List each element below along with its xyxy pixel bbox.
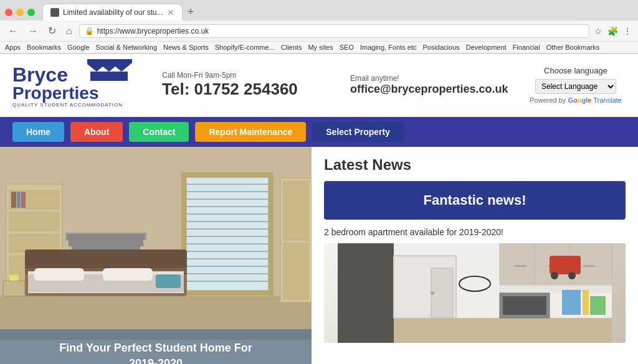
home-button[interactable]: ⌂ xyxy=(63,24,75,38)
maximize-button[interactable] xyxy=(27,9,35,16)
latest-news-title: Latest News xyxy=(324,156,626,174)
url-text: https://www.bryceproperties.co.uk xyxy=(97,27,209,35)
apartment-illustration xyxy=(324,243,626,343)
svg-rect-3 xyxy=(103,72,115,81)
email-address[interactable]: office@bryceproperties.co.uk xyxy=(350,83,526,96)
svg-rect-5 xyxy=(114,72,128,81)
email-label: Email anytime! xyxy=(350,74,526,83)
svg-rect-65 xyxy=(514,265,526,267)
svg-rect-47 xyxy=(156,274,181,288)
news-banner-text: Fantastic news! xyxy=(423,192,526,208)
powered-by-text: Powered by Google Translate xyxy=(530,96,621,104)
site-header: Bryce Properties QUALITY STUDENT ACCOMMO… xyxy=(0,54,638,117)
bookmarks-news[interactable]: News & Sports xyxy=(163,44,209,51)
bookmarks-shopify[interactable]: Shopify/E-comme... xyxy=(215,44,275,51)
svg-rect-62 xyxy=(500,243,534,284)
apartment-image xyxy=(324,243,626,343)
toolbar-icons: ☆ 🧩 ⋮ xyxy=(593,25,633,37)
forward-button[interactable]: → xyxy=(25,24,41,38)
contact-area: Call Mon-Fri 9am-5pm Tel: 01752 254360 xyxy=(150,59,338,111)
phone-number[interactable]: Tel: 01752 254360 xyxy=(162,80,338,99)
bookmarks-financial[interactable]: Financial xyxy=(513,44,540,51)
right-panel: Latest News Fantastic news! 2 bedroom ap… xyxy=(312,147,638,364)
logo-area: Bryce Properties QUALITY STUDENT ACCOMMO… xyxy=(12,59,150,111)
svg-rect-68 xyxy=(500,286,612,293)
bookmarks-social[interactable]: Social & Networking xyxy=(96,44,157,51)
google-g-letter: G xyxy=(568,96,573,104)
svg-rect-46 xyxy=(103,268,153,281)
main-content: Find Your Perfect Student Home For 2019-… xyxy=(0,147,638,364)
svg-rect-74 xyxy=(550,256,581,274)
website: Bryce Properties QUALITY STUDENT ACCOMMO… xyxy=(0,54,638,364)
svg-rect-53 xyxy=(283,243,308,299)
svg-rect-52 xyxy=(283,181,308,240)
svg-rect-48 xyxy=(3,281,25,296)
caption-line2: 2019-2020 xyxy=(12,356,299,364)
bedroom-image xyxy=(0,147,312,340)
call-label: Call Mon-Fri 9am-5pm xyxy=(162,71,338,80)
svg-point-75 xyxy=(551,272,558,279)
caption-overlay: Find Your Perfect Student Home For 2019-… xyxy=(0,329,312,364)
translate-widget: Choose language Select Language Powered … xyxy=(526,59,626,111)
tab-close-icon[interactable]: ✕ xyxy=(167,7,174,17)
tab-favicon xyxy=(50,8,59,17)
star-button[interactable]: ☆ xyxy=(593,25,604,37)
bookmarks-clients[interactable]: Clients xyxy=(281,44,302,51)
traffic-lights xyxy=(5,9,35,16)
svg-point-60 xyxy=(431,291,434,295)
left-panel: Find Your Perfect Student Home For 2019-… xyxy=(0,147,312,364)
caption-line1: Find Your Perfect Student Home For xyxy=(12,340,299,356)
bookmarks-bar: Apps Bookmarks Google Social & Networkin… xyxy=(0,42,638,54)
svg-rect-73 xyxy=(590,296,606,315)
svg-rect-1 xyxy=(90,72,103,81)
logo[interactable]: Bryce Properties QUALITY STUDENT ACCOMMO… xyxy=(12,59,150,111)
bookmarks-seo[interactable]: SEO xyxy=(340,44,354,51)
address-bar[interactable]: 🔒 https://www.bryceproperties.co.uk xyxy=(79,24,589,38)
language-select[interactable]: Select Language xyxy=(535,79,616,94)
svg-text:Properties: Properties xyxy=(12,83,99,103)
svg-rect-67 xyxy=(583,265,595,267)
svg-rect-72 xyxy=(583,290,589,315)
choose-language-label: Choose language xyxy=(544,66,607,75)
news-subtitle: 2 bedroom apartment available for 2019-2… xyxy=(324,227,626,237)
svg-text:Bryce: Bryce xyxy=(12,63,68,86)
svg-rect-56 xyxy=(338,243,394,343)
bookmarks-apps[interactable]: Apps xyxy=(5,44,21,51)
svg-marker-4 xyxy=(111,59,132,72)
bookmarks-posidacious[interactable]: Posidacious xyxy=(422,44,459,51)
bookmarks-imaging[interactable]: Imaging, Fonts etc xyxy=(360,44,417,51)
svg-rect-70 xyxy=(503,296,546,315)
svg-point-76 xyxy=(568,272,576,279)
back-button[interactable]: ← xyxy=(5,24,21,38)
bookmarks-development[interactable]: Development xyxy=(466,44,507,51)
svg-rect-18 xyxy=(21,192,26,208)
bookmarks-other[interactable]: Other Bookmarks xyxy=(546,44,600,51)
nav-property-button[interactable]: Select Property xyxy=(312,122,404,142)
svg-rect-42 xyxy=(25,250,187,268)
svg-rect-49 xyxy=(9,274,19,281)
translate-link[interactable]: Translate xyxy=(593,96,621,104)
svg-rect-16 xyxy=(11,192,16,208)
bookmarks-mysites[interactable]: My sites xyxy=(308,44,333,51)
email-area: Email anytime! office@bryceproperties.co… xyxy=(338,59,526,111)
nav-report-button[interactable]: Report Maintenance xyxy=(195,122,306,142)
minimize-button[interactable] xyxy=(16,9,24,16)
tab-title: Limited availability of our stu... xyxy=(63,8,163,17)
toolbar: ← → ↻ ⌂ 🔒 https://www.bryceproperties.co… xyxy=(0,21,638,42)
navigation-bar: Home About Contact Report Maintenance Se… xyxy=(0,117,638,147)
menu-button[interactable]: ⋮ xyxy=(622,25,633,37)
new-tab-button[interactable]: + xyxy=(185,6,197,19)
bookmarks-google[interactable]: Google xyxy=(67,44,89,51)
close-button[interactable] xyxy=(5,9,12,16)
nav-contact-button[interactable]: Contact xyxy=(129,122,189,142)
svg-rect-45 xyxy=(34,268,84,281)
refresh-button[interactable]: ↻ xyxy=(45,24,59,38)
bookmarks-bookmarks[interactable]: Bookmarks xyxy=(27,44,61,51)
active-tab[interactable]: Limited availability of our stu... ✕ xyxy=(42,4,183,21)
nav-about-button[interactable]: About xyxy=(70,122,123,142)
nav-home-button[interactable]: Home xyxy=(12,122,64,142)
bedroom-illustration xyxy=(0,147,312,340)
lock-icon: 🔒 xyxy=(85,27,94,35)
svg-rect-50 xyxy=(11,271,17,275)
extensions-button[interactable]: 🧩 xyxy=(606,25,619,37)
